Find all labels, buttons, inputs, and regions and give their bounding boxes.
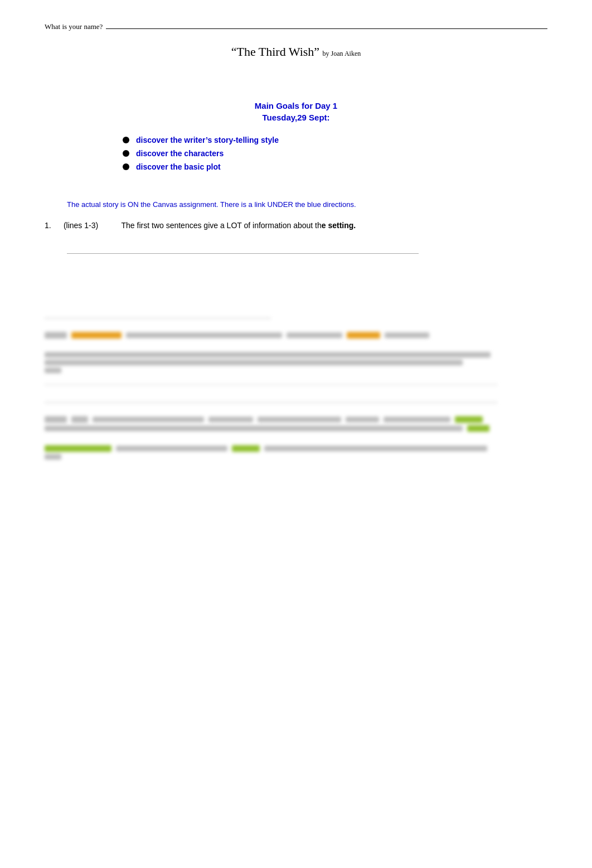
goals-section: Main Goals for Day 1 Tuesday,29 Sept:	[45, 99, 547, 122]
goal-item-3: discover the basic plot	[136, 162, 221, 171]
list-item: discover the characters	[123, 149, 547, 158]
blurred-q3	[45, 394, 547, 460]
bullet-icon	[123, 137, 129, 143]
canvas-note: The actual story is ON the Canvas assign…	[67, 200, 547, 209]
goals-date: Tuesday,29 Sept:	[45, 113, 547, 122]
list-item: discover the writer’s story-telling styl…	[123, 136, 547, 144]
author-text: by Joan Aiken	[323, 50, 361, 57]
question-text-bold: e setting.	[322, 221, 356, 230]
goals-heading: Main Goals for Day 1	[45, 99, 547, 113]
answer-line-1	[67, 243, 419, 254]
title-section: “The Third Wish” by Joan Aiken	[45, 45, 547, 59]
name-underline	[106, 28, 547, 29]
name-label: What is your name?	[45, 22, 103, 31]
title-text: “The Third Wish”	[231, 45, 319, 59]
question-number: 1.	[45, 220, 61, 232]
goal-item-1: discover the writer’s story-telling styl…	[136, 136, 279, 144]
goal-item-2: discover the characters	[136, 149, 224, 158]
question-lines: (lines 1-3)	[64, 220, 114, 232]
document-title: “The Third Wish” by Joan Aiken	[231, 45, 361, 59]
bullet-icon	[123, 163, 129, 170]
name-field-row: What is your name?	[45, 22, 547, 31]
list-item: discover the basic plot	[123, 162, 547, 171]
bullet-icon	[123, 150, 129, 157]
blurred-q2	[45, 310, 547, 373]
blurred-content	[45, 310, 547, 460]
goals-list: discover the writer’s story-telling styl…	[123, 136, 547, 171]
question-text-before-bold: The first two sentences give a LOT of in…	[122, 221, 322, 230]
question-1: 1. (lines 1-3) The first two sentences g…	[45, 220, 547, 232]
